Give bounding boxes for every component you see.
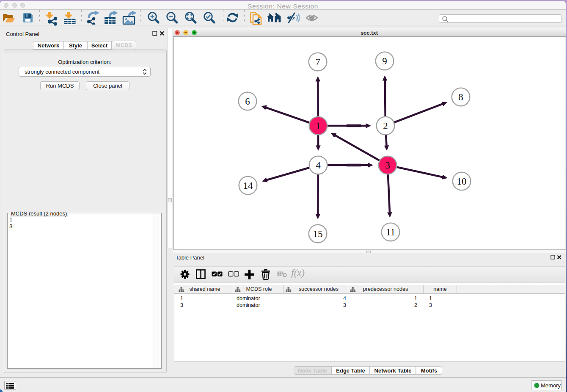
svg-text:14: 14 (243, 180, 253, 191)
svg-text:10: 10 (457, 176, 467, 187)
svg-text:6: 6 (245, 96, 250, 107)
svg-text:9: 9 (382, 56, 387, 66)
svg-text:3: 3 (385, 160, 390, 171)
svg-text:7: 7 (315, 57, 320, 67)
svg-text:11: 11 (386, 227, 395, 237)
svg-text:4: 4 (316, 160, 321, 171)
svg-text:2: 2 (383, 121, 388, 131)
svg-text:15: 15 (313, 229, 323, 239)
svg-text:1: 1 (316, 121, 321, 131)
svg-text:8: 8 (458, 92, 463, 102)
